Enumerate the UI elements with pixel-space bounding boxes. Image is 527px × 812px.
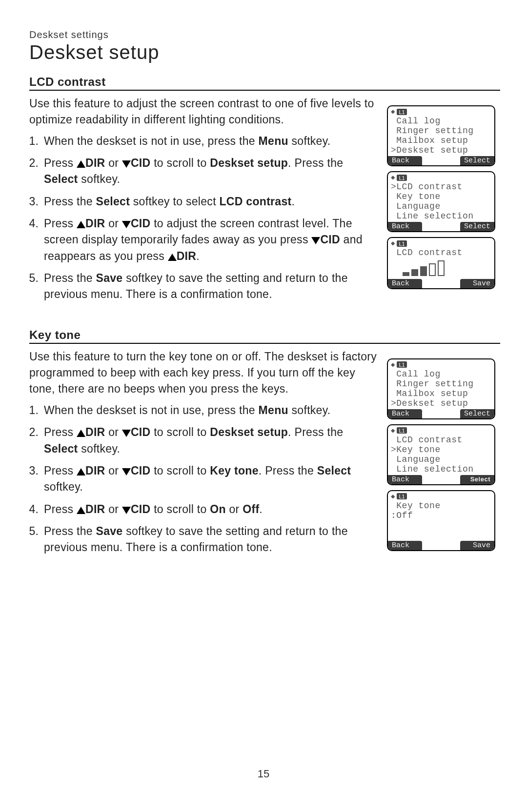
softkey-back: Back: [388, 475, 422, 484]
softkey-select: Select: [460, 222, 494, 231]
lcd-screen-setup: ◆L1 >LCD contrast Key tone Language Line…: [387, 171, 495, 232]
softkey-select: Select: [460, 409, 494, 418]
lcd-screen-contrast: ◆L1 LCD contrast Back Save: [387, 237, 495, 289]
keytone-step-3: Press DIR or CID to scroll to Key tone. …: [42, 463, 377, 495]
keytone-intro: Use this feature to turn the key tone on…: [29, 349, 377, 397]
triangle-down-icon: [122, 221, 131, 228]
updown-icon: ◆: [391, 174, 395, 181]
lcd-line: [391, 520, 491, 530]
lcd-screen-setup: ◆L1 LCD contrast >Key tone Language Line…: [387, 424, 495, 485]
lcd-line: >Deskset setup: [391, 398, 491, 408]
lcd-line: LCD contrast: [391, 435, 491, 445]
updown-icon: ◆: [391, 108, 395, 115]
lcd-line: Call log: [391, 369, 491, 379]
lcd-line: Line selection: [391, 211, 491, 221]
lcd-step-3: Press the Select softkey to select LCD c…: [42, 194, 377, 210]
lcd-line: Call log: [391, 116, 491, 126]
lcd-line: :Off: [391, 511, 491, 520]
updown-icon: ◆: [391, 361, 395, 368]
softkey-back: Back: [388, 156, 422, 165]
triangle-up-icon: [77, 160, 85, 168]
triangle-up-icon: [77, 507, 85, 514]
softkey-back: Back: [388, 541, 422, 550]
lcd-line: Ringer setting: [391, 379, 491, 389]
lcd-line: Language: [391, 455, 491, 464]
lcd-line: LCD contrast: [391, 248, 491, 257]
keytone-step-5: Press the Save softkey to save the setti…: [42, 523, 377, 556]
lcd-screen-keytone: ◆L1 Key tone :Off Back Save: [387, 490, 495, 551]
lcd-screen-menu: ◆L1 Call log Ringer setting Mailbox setu…: [387, 358, 495, 419]
triangle-down-icon: [122, 160, 131, 168]
triangle-up-icon: [77, 430, 85, 437]
softkey-save: Save: [460, 541, 494, 550]
triangle-down-icon: [122, 430, 131, 437]
keytone-step-4: Press DIR or CID to scroll to On or Off.: [42, 501, 377, 517]
page-title: Deskset setup: [29, 41, 500, 63]
page-number: 15: [0, 768, 527, 780]
lcd-intro: Use this feature to adjust the screen co…: [29, 96, 377, 128]
lcd-line: Key tone: [391, 501, 491, 511]
triangle-up-icon: [77, 468, 85, 475]
triangle-down-icon: [311, 237, 320, 244]
keytone-step-2: Press DIR or CID to scroll to Deskset se…: [42, 424, 377, 457]
lcd-step-2: Press DIR or CID to scroll to Deskset se…: [42, 155, 377, 188]
softkey-back: Back: [388, 409, 422, 418]
lcd-line: Ringer setting: [391, 126, 491, 136]
line-badge: L1: [397, 175, 406, 181]
section-heading-keytone: Key tone: [29, 328, 500, 344]
breadcrumb: Deskset settings: [29, 29, 500, 40]
updown-icon: ◆: [391, 493, 395, 500]
lcd-line: Mailbox setup: [391, 136, 491, 145]
softkey-select: Select: [460, 475, 494, 484]
lcd-step-1: When the deskset is not in use, press th…: [42, 133, 377, 149]
softkey-save: Save: [460, 279, 494, 288]
updown-icon: ◆: [391, 427, 395, 434]
lcd-screen-menu: ◆L1 Call log Ringer setting Mailbox setu…: [387, 105, 495, 166]
updown-icon: ◆: [391, 240, 395, 247]
lcd-line: >LCD contrast: [391, 182, 491, 192]
lcd-step-4: Press DIR or CID to adjust the screen co…: [42, 216, 377, 264]
lcd-steps: When the deskset is not in use, press th…: [29, 133, 377, 303]
lcd-line: >Key tone: [391, 445, 491, 455]
section-heading-lcd: LCD contrast: [29, 75, 500, 91]
lcd-line: Line selection: [391, 464, 491, 474]
keytone-step-1: When the deskset is not in use, press th…: [42, 402, 377, 418]
lcd-line: [391, 530, 491, 540]
softkey-back: Back: [388, 222, 422, 231]
triangle-down-icon: [122, 507, 131, 514]
line-badge: L1: [397, 109, 406, 115]
lcd-line: Language: [391, 201, 491, 211]
lcd-step-5: Press the Save softkey to save the setti…: [42, 270, 377, 303]
line-badge: L1: [397, 427, 406, 434]
contrast-bars: [391, 257, 491, 278]
triangle-up-icon: [168, 254, 177, 261]
softkey-select: Select: [460, 156, 494, 165]
line-badge: L1: [397, 493, 406, 499]
keytone-steps: When the deskset is not in use, press th…: [29, 402, 377, 556]
lcd-line: Key tone: [391, 192, 491, 201]
lcd-line: Mailbox setup: [391, 389, 491, 398]
triangle-down-icon: [122, 468, 131, 475]
line-badge: L1: [397, 361, 406, 368]
lcd-line: >Deskset setup: [391, 145, 491, 155]
triangle-up-icon: [77, 221, 85, 228]
line-badge: L1: [397, 240, 406, 247]
softkey-back: Back: [388, 279, 422, 288]
